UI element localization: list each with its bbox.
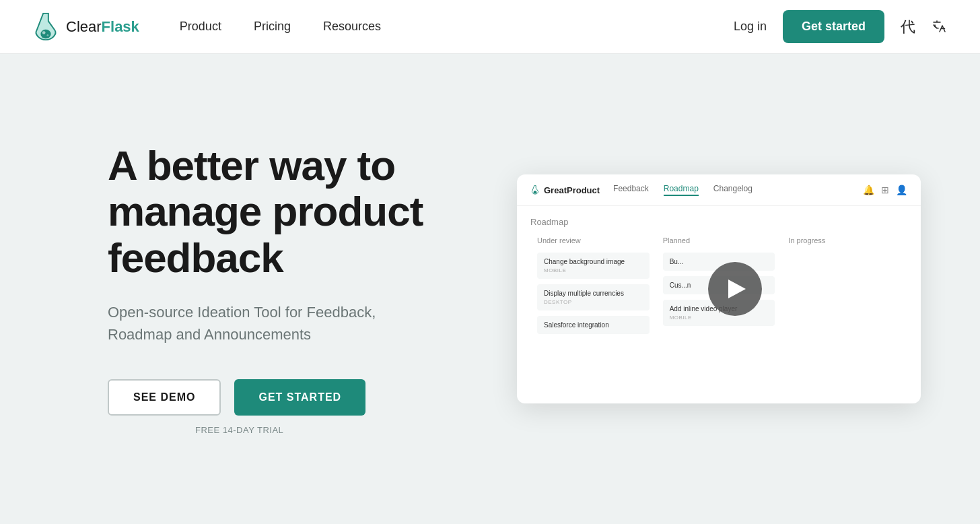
nav-right: Log in Get started 代 — [734, 10, 948, 43]
play-triangle-icon — [728, 280, 746, 298]
trial-text: FREE 14-DAY TRIAL — [195, 425, 471, 435]
screenshot-logo: GreatProduct — [530, 185, 600, 195]
user-icon: 👤 — [896, 185, 907, 195]
svg-point-0 — [40, 29, 50, 38]
logo-link[interactable]: ClearFlask — [32, 12, 139, 42]
nav-product[interactable]: Product — [180, 20, 221, 34]
translate-icon[interactable]: 代 — [901, 17, 915, 37]
screenshot-nav-roadmap: Roadmap — [664, 184, 699, 196]
hero-section: A better way to manage product feedback … — [0, 54, 980, 524]
roadmap-section-title: Roadmap — [530, 217, 907, 227]
roadmap-col-under-review: Under review Change background image MOB… — [530, 236, 656, 339]
get-started-nav-button[interactable]: Get started — [783, 10, 884, 43]
nav-resources[interactable]: Resources — [323, 20, 381, 34]
translate-icon-svg[interactable] — [932, 19, 948, 35]
login-link[interactable]: Log in — [734, 20, 767, 34]
card-2: Display multiple currencies DESKTOP — [537, 284, 650, 310]
col-header-in-progress: In progress — [788, 236, 901, 244]
roadmap-col-in-progress: In progress — [781, 236, 907, 339]
see-demo-button[interactable]: SEE DEMO — [108, 379, 221, 416]
svg-point-3 — [534, 191, 537, 193]
screenshot-icons: 🔔 ⊞ 👤 — [863, 185, 907, 195]
screenshot-product-name: GreatProduct — [544, 185, 600, 195]
svg-point-1 — [42, 31, 46, 34]
nav-pricing[interactable]: Pricing — [254, 20, 291, 34]
screenshot-nav-links: Feedback Roadmap Changelog — [613, 184, 753, 196]
get-started-hero-button[interactable]: GET STARTED — [234, 379, 365, 416]
svg-point-2 — [46, 34, 48, 36]
nav-links: Product Pricing Resources — [180, 20, 734, 34]
play-button[interactable] — [708, 262, 762, 316]
hero-headline: A better way to manage product feedback — [108, 143, 471, 281]
screenshot-nav-feedback: Feedback — [613, 184, 649, 196]
card-1: Change background image MOBILE — [537, 253, 650, 279]
screenshot-logo-icon — [530, 185, 540, 195]
screenshot-nav-changelog: Changelog — [713, 184, 753, 196]
col-header-planned: Planned — [663, 236, 775, 244]
bell-icon: 🔔 — [863, 185, 874, 195]
hero-right: GreatProduct Feedback Roadmap Changelog … — [512, 174, 926, 403]
hero-left: A better way to manage product feedback … — [108, 143, 471, 435]
logo-text: ClearFlask — [66, 18, 139, 36]
main-navigation: ClearFlask Product Pricing Resources Log… — [0, 0, 980, 54]
hero-subheadline: Open-source Ideation Tool for Feedback, … — [108, 301, 431, 346]
screenshot-body: Roadmap Under review Change background i… — [517, 206, 921, 350]
screenshot-nav: GreatProduct Feedback Roadmap Changelog … — [517, 174, 921, 206]
col-header-under-review: Under review — [537, 236, 650, 244]
card-3: Salesforce integration — [537, 316, 650, 334]
grid-icon: ⊞ — [881, 185, 889, 195]
hero-buttons: SEE DEMO GET STARTED — [108, 379, 471, 416]
product-screenshot: GreatProduct Feedback Roadmap Changelog … — [517, 174, 921, 403]
